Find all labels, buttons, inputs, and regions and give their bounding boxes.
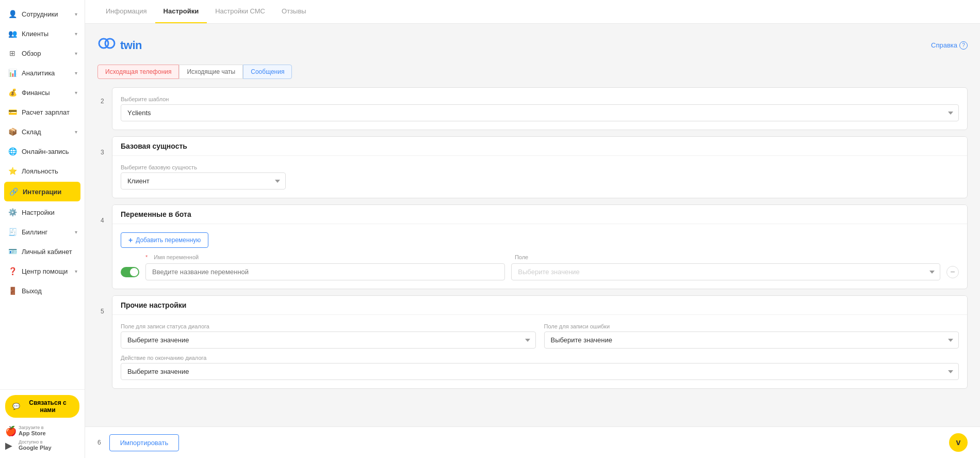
- import-button[interactable]: Импортировать: [109, 434, 179, 451]
- sidebar-label-settings: Настройки: [22, 209, 55, 216]
- plus-icon: +: [128, 236, 133, 244]
- sidebar-item-finance[interactable]: 💰 Финансы ▾: [0, 83, 85, 102]
- sidebar-item-clients[interactable]: 👥 Клиенты ▾: [0, 24, 85, 43]
- section-bot-vars-wrapper: 4 Переменные в бота + Добавить переменну…: [112, 204, 968, 289]
- sidebar-label-loyalty: Лояльность: [22, 167, 58, 175]
- step-4-label: 4: [101, 217, 104, 224]
- loyalty-icon: ⭐: [7, 166, 18, 176]
- app-store-link[interactable]: 🍎 Загрузите в App Store: [5, 425, 79, 436]
- svg-point-1: [105, 39, 115, 48]
- sidebar-item-overview[interactable]: ⊞ Обзор ▾: [0, 43, 85, 63]
- page-content: twin Справка ? Исходящая телефония Исход…: [85, 24, 980, 427]
- sidebar-item-employees[interactable]: 👤 Сотрудники ▾: [0, 4, 85, 24]
- sidebar-label-analytics: Аналитика: [22, 69, 55, 77]
- base-entity-label: Выберите базовую сущность: [121, 164, 959, 170]
- step-5-label: 5: [101, 308, 104, 315]
- var-field-col-label: Поле: [515, 254, 940, 260]
- integrations-icon: 🔗: [8, 186, 19, 197]
- step-3-label: 3: [101, 149, 104, 156]
- sidebar-item-billing[interactable]: 🧾 Биллинг ▾: [0, 222, 85, 242]
- app-store-name: App Store: [19, 430, 46, 436]
- sidebar-label-billing: Биллинг: [22, 228, 47, 236]
- store-links: 🍎 Загрузите в App Store ▶ Доступно в Goo…: [5, 423, 79, 453]
- base-entity-select[interactable]: Клиент: [121, 172, 286, 189]
- sidebar-label-personal: Личный кабинет: [22, 248, 72, 256]
- sidebar-item-online-booking[interactable]: 🌐 Онлайн-запись: [0, 141, 85, 161]
- sidebar-item-help[interactable]: ❓ Центр помощи ▾: [0, 261, 85, 281]
- contact-button-label: Связаться с нами: [23, 399, 72, 414]
- sidebar-item-integrations[interactable]: 🔗 Интеграции: [4, 182, 80, 201]
- chevron-icon: ▾: [75, 51, 77, 56]
- payroll-icon: 💳: [7, 107, 18, 117]
- chevron-icon: ▾: [75, 269, 77, 274]
- apple-icon: 🍎: [5, 425, 15, 436]
- end-action-label: Действие по окончанию диалога: [121, 355, 959, 361]
- help-link[interactable]: Справка ?: [931, 41, 968, 50]
- section-template-wrapper: 2 Выберите шаблон Yclients: [112, 87, 968, 130]
- brand-name: twin: [120, 39, 142, 52]
- remove-variable-button[interactable]: −: [946, 266, 959, 278]
- sub-tabs: Исходящая телефония Исходящие чаты Сообщ…: [97, 65, 968, 79]
- sidebar-nav: 👤 Сотрудники ▾ 👥 Клиенты ▾ ⊞ Обзор ▾ 📊 А…: [0, 0, 85, 389]
- logout-icon: 🚪: [7, 286, 18, 296]
- sidebar-label-help: Центр помощи: [22, 267, 68, 275]
- import-button-label: Импортировать: [120, 439, 169, 447]
- minus-icon: −: [950, 267, 955, 277]
- base-entity-body: Выберите базовую сущность Клиент: [112, 156, 967, 198]
- add-variable-button[interactable]: + Добавить переменную: [121, 232, 208, 248]
- other-settings-body: Поле для записи статуса диалога Выберите…: [112, 315, 967, 388]
- tab-sms-settings[interactable]: Настройки СМС: [207, 0, 273, 23]
- main-content: Информация Настройки Настройки СМС Отзыв…: [85, 0, 980, 458]
- section-other-settings-wrapper: 5 Прочие настройки Поле для записи стату…: [112, 295, 968, 389]
- var-col-headers: * Имя переменной Поле: [145, 254, 959, 260]
- sidebar-item-loyalty[interactable]: ⭐ Лояльность: [0, 161, 85, 181]
- error-field-select[interactable]: Выберите значение: [544, 331, 959, 349]
- finance-icon: 💰: [7, 87, 18, 98]
- tab-settings[interactable]: Настройки: [155, 0, 207, 23]
- contact-button[interactable]: 💬 Связаться с нами: [5, 395, 79, 418]
- tab-info[interactable]: Информация: [97, 0, 155, 23]
- sidebar-item-analytics[interactable]: 📊 Аналитика ▾: [0, 63, 85, 83]
- sidebar-item-settings[interactable]: ⚙️ Настройки: [0, 202, 85, 222]
- google-play-text: Доступно в Google Play: [19, 439, 52, 451]
- dialog-status-field: Поле для записи статуса диалога Выберите…: [121, 323, 536, 349]
- template-select[interactable]: Yclients: [121, 104, 959, 121]
- section-bot-variables: Переменные в бота + Добавить переменную …: [112, 204, 968, 289]
- section-base-entity-wrapper: 3 Базовая сущность Выберите базовую сущн…: [112, 136, 968, 198]
- chat-icon: 💬: [12, 403, 20, 410]
- step-6-label: 6: [97, 439, 101, 446]
- sidebar-label-online-booking: Онлайн-запись: [22, 148, 69, 155]
- template-body: Выберите шаблон Yclients: [112, 88, 967, 130]
- var-toggle[interactable]: [121, 267, 139, 277]
- var-name-input[interactable]: [145, 263, 505, 280]
- sub-tab-outgoing-calls[interactable]: Исходящая телефония: [97, 65, 179, 79]
- personal-icon: 🪪: [7, 246, 18, 257]
- app-store-sublabel: Загрузите в: [19, 425, 46, 430]
- online-booking-icon: 🌐: [7, 146, 18, 156]
- end-action-select[interactable]: Выберите значение: [121, 363, 959, 380]
- step-2-label: 2: [101, 98, 104, 105]
- sub-tab-outgoing-chats[interactable]: Исходящие чаты: [179, 65, 243, 79]
- dialog-status-select[interactable]: Выберите значение: [121, 331, 536, 349]
- google-play-sublabel: Доступно в: [19, 439, 52, 445]
- android-icon: ▶: [5, 440, 15, 450]
- footer-left: 6 Импортировать: [97, 434, 179, 451]
- footer-bar: 6 Импортировать v: [85, 427, 980, 458]
- google-play-name: Google Play: [19, 445, 52, 451]
- sidebar-item-personal[interactable]: 🪪 Личный кабинет: [0, 242, 85, 261]
- watermark-logo: v: [949, 433, 968, 452]
- chevron-icon: ▾: [75, 229, 77, 235]
- twin-logo-icon: [97, 34, 116, 56]
- sidebar-item-warehouse[interactable]: 📦 Склад ▾: [0, 122, 85, 141]
- sidebar-label-clients: Клиенты: [22, 30, 48, 38]
- tab-reviews[interactable]: Отзывы: [273, 0, 315, 23]
- sidebar-item-payroll[interactable]: 💳 Расчет зарплат: [0, 102, 85, 122]
- var-field-select[interactable]: Выберите значение: [511, 263, 940, 280]
- sub-tab-messages[interactable]: Сообщения: [243, 65, 292, 79]
- help-label: Справка: [931, 41, 957, 49]
- sidebar-item-logout[interactable]: 🚪 Выход: [0, 281, 85, 301]
- dialog-status-label: Поле для записи статуса диалога: [121, 323, 536, 329]
- google-play-link[interactable]: ▶ Доступно в Google Play: [5, 439, 79, 451]
- section-other-settings: Прочие настройки Поле для записи статуса…: [112, 295, 968, 389]
- billing-icon: 🧾: [7, 227, 18, 237]
